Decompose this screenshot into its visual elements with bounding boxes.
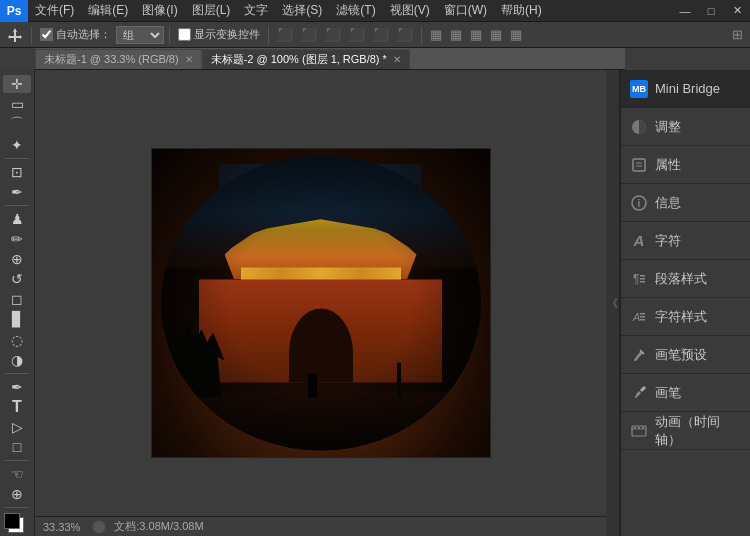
crop-icon[interactable]: ⊡ (3, 162, 31, 180)
tool-separator-4 (5, 460, 29, 461)
svg-marker-0 (8, 28, 22, 42)
brush-icon-panel (629, 383, 649, 403)
minimize-button[interactable]: — (672, 0, 698, 22)
svg-rect-18 (634, 427, 636, 429)
toolbar-separator-4 (421, 26, 422, 44)
mini-bridge-label: Mini Bridge (655, 81, 720, 96)
svg-rect-14 (640, 319, 645, 321)
panel-item-paragraph-styles[interactable]: ¶ 段落样式 (621, 260, 750, 298)
svg-rect-13 (640, 316, 645, 318)
menu-layers[interactable]: 图层(L) (185, 0, 238, 22)
toolbar-separator-3 (268, 26, 269, 44)
menu-select[interactable]: 选择(S) (275, 0, 329, 22)
move-tool-btn[interactable] (4, 25, 26, 45)
window-controls: — □ ✕ (672, 0, 750, 22)
character-styles-icon: A (629, 307, 649, 327)
panel-item-adjustments[interactable]: 调整 (621, 108, 750, 146)
lasso-icon[interactable]: ⌒ (3, 115, 31, 133)
panel-item-character[interactable]: A 字符 (621, 222, 750, 260)
tab-untitled-1[interactable]: 未标题-1 @ 33.3% (RGB/8) ✕ (35, 49, 202, 69)
paragraph-styles-icon: ¶ (629, 269, 649, 289)
align-top-btn[interactable]: ⬛ (346, 25, 368, 45)
panel-item-brush-presets[interactable]: 画笔预设 (621, 336, 750, 374)
panel-collapse-button[interactable]: 《 (606, 70, 620, 536)
svg-rect-9 (640, 278, 645, 280)
align-bottom-btn[interactable]: ⬛ (394, 25, 416, 45)
menu-filter[interactable]: 滤镜(T) (329, 0, 382, 22)
eyedropper-icon[interactable]: ✒ (3, 183, 31, 201)
info-icon: i (629, 193, 649, 213)
spot-healing-icon[interactable]: ♟ (3, 209, 31, 227)
tool-separator-1 (5, 158, 29, 159)
quick-select-icon[interactable]: ✦ (3, 136, 31, 154)
auto-select-dropdown[interactable]: 组 图层 (116, 26, 164, 44)
align-middle-btn[interactable]: ⬛ (370, 25, 392, 45)
menu-help[interactable]: 帮助(H) (494, 0, 549, 22)
properties-icon (629, 155, 649, 175)
type-icon[interactable]: T (3, 398, 31, 416)
brush-presets-icon (629, 345, 649, 365)
right-panel: MB Mini Bridge 调整 (620, 70, 750, 536)
tool-separator-3 (5, 373, 29, 374)
blur-icon[interactable]: ◌ (3, 331, 31, 349)
tool-separator-2 (5, 205, 29, 206)
doc-info: 文档:3.08M/3.08M (114, 519, 606, 534)
panel-item-brush[interactable]: 画笔 (621, 374, 750, 412)
rectangular-marquee-icon[interactable]: ▭ (3, 95, 31, 113)
eraser-icon[interactable]: ◻ (3, 290, 31, 308)
character-label: 字符 (655, 232, 681, 250)
pen-icon[interactable]: ✒ (3, 378, 31, 396)
animation-icon (629, 421, 649, 441)
right-panel-wrapper: 《 MB Mini Bridge 调整 (606, 70, 750, 536)
character-styles-label: 字符样式 (655, 308, 707, 326)
status-bar: 33.33% 文档:3.08M/3.08M ▶ (35, 516, 606, 536)
color-swatches[interactable] (4, 513, 30, 530)
toolbar-separator-2 (169, 26, 170, 44)
hand-icon[interactable]: ☜ (3, 465, 31, 483)
gradient-icon[interactable]: ▊ (3, 310, 31, 328)
dodge-icon[interactable]: ◑ (3, 351, 31, 369)
arrange-btn[interactable]: ⊞ (729, 25, 746, 45)
image-container (151, 148, 491, 458)
tab-close-1[interactable]: ✕ (185, 54, 193, 65)
align-center-btn[interactable]: ⬛ (298, 25, 320, 45)
menu-file[interactable]: 文件(F) (28, 0, 81, 22)
auto-select-label: 自动选择： (56, 27, 111, 42)
zoom-icon[interactable]: ⊕ (3, 485, 31, 503)
menu-text[interactable]: 文字 (237, 0, 275, 22)
panel-item-properties[interactable]: 属性 (621, 146, 750, 184)
path-selection-icon[interactable]: ▷ (3, 418, 31, 436)
panel-item-character-styles[interactable]: A 字符样式 (621, 298, 750, 336)
shape-icon[interactable]: □ (3, 438, 31, 456)
panel-item-info[interactable]: i 信息 (621, 184, 750, 222)
align-right-btn[interactable]: ⬛ (322, 25, 344, 45)
panel-item-animation[interactable]: 动画（时间轴） (621, 412, 750, 450)
svg-rect-2 (633, 159, 645, 171)
align-left-btn[interactable]: ⬛ (274, 25, 296, 45)
adjustments-icon (629, 117, 649, 137)
menu-edit[interactable]: 编辑(E) (81, 0, 135, 22)
auto-select-checkbox-container: 自动选择： (37, 25, 114, 45)
brush-icon[interactable]: ✏ (3, 230, 31, 248)
tab-untitled-2[interactable]: 未标题-2 @ 100% (图层 1, RGB/8) * ✕ (202, 49, 410, 69)
auto-select-checkbox[interactable] (40, 28, 53, 41)
transform-control-checkbox[interactable] (178, 28, 191, 41)
distribute-left-btn[interactable]: ▦ (467, 25, 485, 45)
distribute-h-btn[interactable]: ▦ (427, 25, 445, 45)
menu-view[interactable]: 视图(V) (383, 0, 437, 22)
distribute-v-btn[interactable]: ▦ (447, 25, 465, 45)
clone-stamp-icon[interactable]: ⊕ (3, 250, 31, 268)
distribute-right-btn[interactable]: ▦ (507, 25, 525, 45)
menu-image[interactable]: 图像(I) (135, 0, 184, 22)
move-tool-icon[interactable]: ✛ (3, 75, 31, 93)
paragraph-styles-label: 段落样式 (655, 270, 707, 288)
canvas-area[interactable]: 33.33% 文档:3.08M/3.08M ▶ (35, 70, 606, 536)
distribute-center-btn[interactable]: ▦ (487, 25, 505, 45)
close-button[interactable]: ✕ (724, 0, 750, 22)
panel-item-mini-bridge[interactable]: MB Mini Bridge (621, 70, 750, 108)
transform-control-checkbox-container: 显示变换控件 (175, 25, 263, 45)
menu-window[interactable]: 窗口(W) (437, 0, 494, 22)
maximize-button[interactable]: □ (698, 0, 724, 22)
history-brush-icon[interactable]: ↺ (3, 270, 31, 288)
tab-close-2[interactable]: ✕ (393, 54, 401, 65)
